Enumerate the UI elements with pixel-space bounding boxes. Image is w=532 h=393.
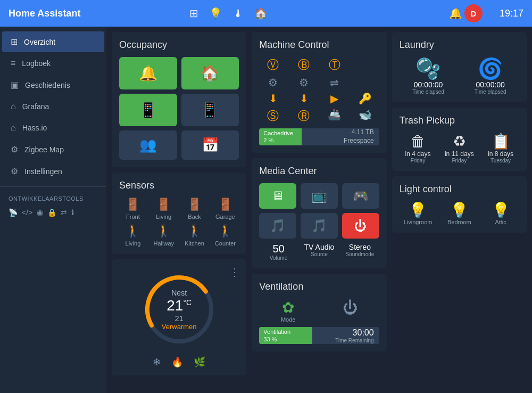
sensor-living: 🚪 Living <box>150 198 178 220</box>
dev-icons-row: 📡 </> ◉ 🔒 ⇄ ℹ <box>0 204 106 221</box>
laundry-time2-label: Time elapsed <box>461 89 519 95</box>
sidebar-item-hassio[interactable]: ⌂ Hass.io <box>2 118 104 138</box>
media-ps-btn[interactable]: 🎮 <box>342 183 379 209</box>
trash-day-1: Friday <box>400 158 437 163</box>
trash-title: Trash Pickup <box>400 115 519 126</box>
trash-days-2: in 11 days <box>440 150 478 158</box>
media-soundmode: Stereo Soundmode <box>340 243 379 261</box>
cache-size-label: Freespace <box>344 137 374 144</box>
occupancy-extra: 👥 📅 <box>119 130 239 160</box>
mc-icon-gear1[interactable]: ⚙ <box>259 76 287 89</box>
nest-eco-icon[interactable]: 🌿 <box>194 356 205 368</box>
cache-label: Cachedrive 2 % <box>263 130 293 144</box>
sidebar-item-logboek[interactable]: ≡ Logboek <box>2 53 104 73</box>
mc-icon-r[interactable]: Ⓡ <box>290 108 318 124</box>
mc-icon-v[interactable]: Ⓥ <box>259 57 287 73</box>
thermostat-icon[interactable]: 🌡 <box>233 7 244 20</box>
vent-power-icon[interactable]: ⏻ <box>321 299 379 316</box>
light-attic-icon[interactable]: 💡 <box>482 201 519 219</box>
nest-cool-icon[interactable]: ❄ <box>153 356 161 368</box>
rss-icon[interactable]: ◉ <box>37 208 43 217</box>
media-music-btn[interactable]: 🎵 <box>259 213 296 239</box>
spotify-icon: 🎵 <box>311 218 327 233</box>
sidebar-label: Zigbee Map <box>24 145 64 154</box>
mc-icon-ship[interactable]: 🚢 <box>321 108 348 124</box>
mc-icon-switch[interactable]: ⇌ <box>321 76 348 89</box>
mc-icon-gear2[interactable]: ⚙ <box>290 76 318 89</box>
list-icon: ≡ <box>11 59 15 68</box>
column-mid: Machine Control Ⓥ Ⓑ Ⓣ ⚙ ⚙ ⇌ ⬇ ⬇ ▶ 🔑 <box>252 32 386 388</box>
media-source: TV Audio Source <box>300 243 338 261</box>
sidebar-item-overzicht[interactable]: ⊞ Overzicht <box>2 31 104 52</box>
home-icon[interactable]: 🏠 <box>254 7 268 20</box>
occ-phone1-btn[interactable]: 📱 <box>119 94 177 126</box>
sidebar-item-instellingen[interactable]: ⚙ Instellingen <box>2 161 104 182</box>
fan-icon[interactable]: ✿ <box>259 299 317 316</box>
media-tv-btn[interactable]: 🖥 <box>259 183 296 209</box>
bulb-icon[interactable]: 💡 <box>209 7 222 20</box>
vent-mode-label: Mode <box>259 316 317 323</box>
sidebar-item-grafana[interactable]: ⌂ Grafana <box>2 96 104 117</box>
machine-control-title: Machine Control <box>259 39 379 51</box>
settings-icon: ⚙ <box>11 166 18 176</box>
cache-fill: Cachedrive 2 % <box>259 128 302 145</box>
mc-icon-s[interactable]: Ⓢ <box>259 108 287 124</box>
sidebar-divider <box>0 186 106 187</box>
nest-menu-icon[interactable]: ⋮ <box>229 266 240 279</box>
light-livingroom: 💡 Livingroom <box>400 201 437 225</box>
transfer-icon[interactable]: ⇄ <box>61 208 67 217</box>
trash-card: Trash Pickup 🗑 in 4 days Friday ♻ in 11 … <box>392 108 527 171</box>
grid-icon[interactable]: ⊞ <box>189 7 198 20</box>
volume-val: 50 <box>259 243 297 255</box>
occ-alarm-btn[interactable]: 🔔 <box>119 57 177 89</box>
sidebar-item-zigbee[interactable]: ⚙ Zigbee Map <box>2 139 104 160</box>
mc-icon-key[interactable]: 🔑 <box>352 92 379 105</box>
code-icon[interactable]: </> <box>22 208 32 217</box>
occ-phone2-btn[interactable]: 📱 <box>181 94 239 126</box>
media-buttons-row1: 🖥 📺 🎮 <box>259 183 379 209</box>
mc-icon-b[interactable]: Ⓑ <box>290 57 318 73</box>
mc-icon-dl1[interactable]: ⬇ <box>259 92 287 105</box>
media-center-title: Media Center <box>259 166 379 177</box>
trash-item-3: 📋 in 8 days Tuesday <box>482 133 519 163</box>
occ-calendar-btn[interactable]: 📅 <box>181 130 239 160</box>
cache-percent: 2 % <box>263 137 273 143</box>
alarm-icon: 🔔 <box>139 64 157 82</box>
nest-circle: Nest 21°C 21 Verwarmen <box>142 272 217 347</box>
motion-living-label: Living <box>126 240 141 247</box>
lock-icon[interactable]: 🔒 <box>47 208 56 217</box>
motion-living: 🚶 Living <box>119 224 147 247</box>
laundry-row: 🫧 00:00:00 Time elapsed 🌀 00:00:00 Time … <box>400 57 519 95</box>
sensor-garage-label: Garage <box>215 214 235 220</box>
avatar[interactable]: D <box>464 4 483 22</box>
vent-time-label: Time Remaining <box>335 338 373 343</box>
nest-heat-icon[interactable]: 🔥 <box>171 356 183 368</box>
vent-power-item: ⏻ <box>321 299 379 323</box>
media-spotify-btn[interactable]: 🎵 <box>301 213 338 239</box>
mc-icon-t[interactable]: Ⓣ <box>321 57 348 73</box>
light-bedroom: 💡 Bedroom <box>440 201 478 225</box>
mc-icon-play[interactable]: ▶ <box>321 92 348 105</box>
media-tv2-btn[interactable]: 📺 <box>301 183 338 209</box>
trash-day-3: Tuesday <box>482 158 519 163</box>
motion-hallway: 🚶 Hallway <box>150 224 178 247</box>
light-bedroom-icon[interactable]: 💡 <box>440 201 478 219</box>
bell-icon[interactable]: 🔔 <box>449 7 462 20</box>
ventilation-title: Ventilation <box>259 281 379 292</box>
mc-icon-dl2[interactable]: ⬇ <box>290 92 318 105</box>
mc-icon-whale[interactable]: 🐋 <box>352 108 379 124</box>
occ-home-btn[interactable]: 🏠 <box>181 57 239 89</box>
nest-set-temp: 21 <box>175 314 184 323</box>
light-control-card: Light control 💡 Livingroom 💡 Bedroom 💡 A… <box>392 176 527 233</box>
media-power-btn[interactable]: ⏻ <box>342 213 379 239</box>
cache-size-val: 4.11 TB <box>352 128 374 136</box>
light-livingroom-icon[interactable]: 💡 <box>400 201 437 219</box>
washer-icon: 🫧 <box>400 57 458 80</box>
occ-people-btn[interactable]: 👥 <box>119 130 177 160</box>
ventilation-icons: ✿ Mode ⏻ <box>259 299 379 323</box>
motion-hallway-icon: 🚶 <box>156 224 171 238</box>
people-icon: 👥 <box>139 137 156 153</box>
wifi-icon[interactable]: 📡 <box>9 208 18 217</box>
sidebar-item-geschiedenis[interactable]: ▣ Geschiedenis <box>2 75 104 95</box>
info-icon[interactable]: ℹ <box>71 208 74 217</box>
